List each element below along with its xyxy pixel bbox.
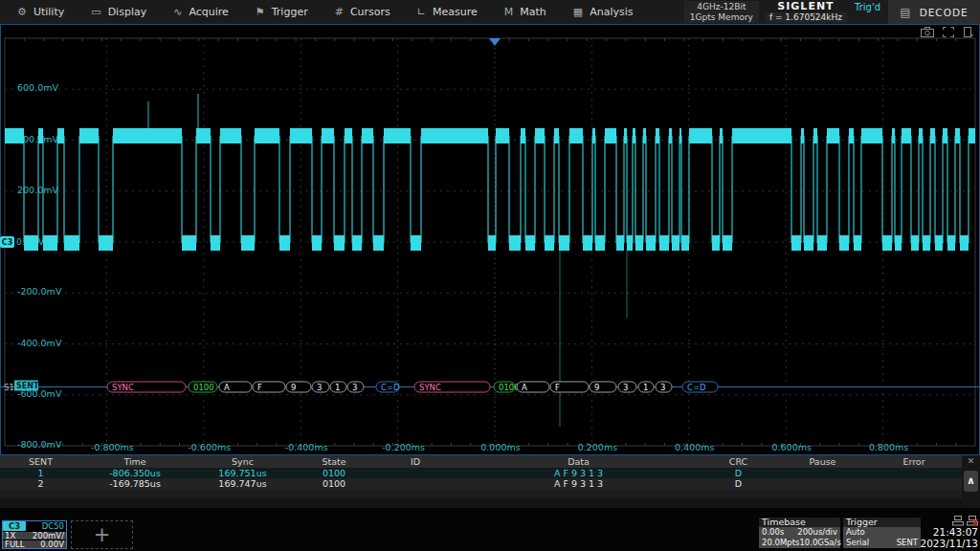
- trigger-type: Serial: [846, 538, 869, 548]
- v-axis-label: 600.0mV: [17, 82, 58, 93]
- cell-data: A F 9 3 1 3: [459, 478, 698, 489]
- clipboard-icon: ▤: [900, 6, 911, 19]
- timebase-samplerate: 10.0GSa/s: [799, 538, 840, 548]
- display-corner-tools: [921, 27, 973, 37]
- t-axis-label: -0.400ms: [285, 442, 328, 452]
- decode-capsule-label: 1: [643, 383, 648, 392]
- acquisition-info: 4GHz-12Bit 1Gpts Memory: [684, 1, 759, 23]
- table-empty-row: [0, 489, 962, 498]
- svg-text:C3: C3: [2, 238, 12, 247]
- channel-badge: C3: [3, 521, 26, 531]
- cell-sync: 169.751us: [189, 468, 297, 478]
- cell-state: 0100: [297, 478, 371, 489]
- menu-item-utility[interactable]: ⚙ Utility: [0, 0, 78, 24]
- decode-capsule-label: SYNC: [419, 383, 441, 392]
- analysis-icon: ▦: [573, 6, 583, 18]
- cell-time: -169.785us: [81, 478, 189, 489]
- col-header-sync: Sync: [189, 455, 297, 468]
- page-flip-icon[interactable]: [963, 27, 973, 37]
- trigger-descriptor[interactable]: Trigger Auto Serial SENT: [843, 518, 921, 549]
- close-icon[interactable]: ✕: [962, 455, 980, 468]
- bus-index-label: S1: [4, 383, 14, 392]
- cell-crc: D: [698, 468, 779, 478]
- cell-id: [371, 468, 459, 478]
- col-header-state: State: [297, 455, 371, 468]
- timebase-scale: 200us/div: [797, 527, 837, 538]
- channel-c3-descriptor[interactable]: C3 DC50 1X 200mV/ FULL 0.00V: [2, 520, 67, 549]
- trigger-protocol: SENT: [897, 538, 918, 548]
- waveform-display-area[interactable]: 600.0mV400.0mV200.0mV-200.0mV-400.0mV-60…: [0, 24, 980, 455]
- scroll-up-button[interactable]: ∧: [964, 471, 978, 492]
- brand-block: SIGLENT f = 1.670524kHz: [765, 0, 847, 24]
- channel-coupling: DC50: [42, 521, 66, 531]
- cell-error: [866, 468, 962, 478]
- decode-capsule: [286, 382, 311, 392]
- plus-icon: +: [94, 525, 111, 544]
- channel-scale: 200mV/: [33, 532, 64, 540]
- timebase-descriptor[interactable]: Timebase 0.00s 200us/div 20.0Mpts 10.0GS…: [759, 518, 840, 549]
- menu-item-measure[interactable]: ∟ Measure: [404, 0, 491, 24]
- scope-graticule: 600.0mV400.0mV200.0mV-200.0mV-400.0mV-60…: [0, 24, 980, 455]
- acq-bandwidth: 4GHz-12Bit: [690, 2, 753, 12]
- table-row[interactable]: 2 -169.785us 169.747us 0100 A F 9 3 1 3 …: [0, 478, 962, 489]
- v-axis-label: -200.0mV: [17, 286, 62, 297]
- channel-probe: 1X: [5, 532, 15, 540]
- menu-item-cursors[interactable]: # Cursors: [322, 0, 404, 24]
- trigger-frequency: f = 1.670524kHz: [765, 12, 847, 23]
- decode-capsule-label: C=D: [381, 383, 400, 392]
- cursors-icon: #: [335, 6, 344, 18]
- timebase-delay: 0.00s: [762, 527, 784, 538]
- menu-label: Math: [520, 6, 546, 18]
- math-icon: M: [504, 6, 514, 18]
- cell-error: [866, 478, 962, 489]
- menu-item-display[interactable]: ▭ Display: [78, 0, 160, 24]
- table-empty-row: [0, 498, 962, 508]
- menu-label: Acquire: [189, 6, 228, 18]
- fullscreen-icon[interactable]: [943, 27, 954, 37]
- acq-memory: 1Gpts Memory: [690, 12, 753, 23]
- v-axis-label: -800.0mV: [17, 439, 62, 450]
- add-channel-button[interactable]: +: [71, 520, 133, 549]
- table-header-row: SENT Time Sync State ID Data CRC Pause E…: [0, 455, 962, 468]
- t-axis-label: 0.200ms: [578, 442, 617, 452]
- cell-data: A F 9 3 1 3: [459, 468, 698, 478]
- table-scrollbar: ✕ ∧: [962, 455, 980, 508]
- col-header-error: Error: [866, 455, 962, 468]
- decode-capsule-label: F: [257, 383, 262, 392]
- decode-capsule-label: A: [224, 383, 230, 392]
- decode-tab[interactable]: ▤ DECODE: [888, 0, 980, 24]
- menu-item-analysis[interactable]: ▦ Analysis: [560, 0, 647, 24]
- cell-crc: D: [698, 478, 779, 489]
- oscilloscope-screen: ⚙ Utility ▭ Display ∿ Acquire ⚑ Trigger …: [0, 0, 980, 551]
- decode-capsule-label: 3: [317, 383, 322, 392]
- decode-capsule-label: 0100: [499, 383, 520, 392]
- cell-index: 1: [0, 468, 81, 478]
- timebase-title: Timebase: [759, 518, 840, 527]
- cell-state: 0100: [297, 468, 371, 478]
- table-row[interactable]: 1 -806.350us 169.751us 0100 A F 9 3 1 3 …: [0, 468, 962, 478]
- cell-sync: 169.747us: [189, 478, 297, 489]
- cell-time: -806.350us: [81, 468, 189, 478]
- col-header-pause: Pause: [779, 455, 866, 468]
- cell-id: [371, 478, 459, 489]
- decode-capsule-label: 9: [291, 383, 296, 392]
- bottom-bar: C3 DC50 1X 200mV/ FULL 0.00V + Timebase …: [0, 508, 980, 551]
- t-axis-label: 0.600ms: [771, 442, 811, 452]
- camera-icon[interactable]: [921, 27, 934, 37]
- t-axis-label: 0.000ms: [480, 442, 520, 452]
- trigger-position-marker: [489, 38, 501, 46]
- t-axis-label: -0.600ms: [188, 442, 231, 452]
- col-header-time: Time: [81, 455, 189, 468]
- lan-disconnected-icon: [967, 516, 978, 526]
- acquire-icon: ∿: [173, 6, 182, 18]
- menu-item-acquire[interactable]: ∿ Acquire: [160, 0, 242, 24]
- menu-label: Trigger: [272, 6, 308, 18]
- trigger-status-badge: Trig'd: [855, 2, 880, 24]
- lan-icon: [952, 516, 964, 526]
- decode-capsule-label: C=D: [687, 383, 706, 392]
- decode-capsule-label: 1: [335, 383, 340, 392]
- menu-item-math[interactable]: M Math: [491, 0, 560, 24]
- col-header-sent: SENT: [0, 455, 81, 468]
- t-axis-label: -0.800ms: [91, 442, 134, 452]
- menu-item-trigger[interactable]: ⚑ Trigger: [242, 0, 322, 24]
